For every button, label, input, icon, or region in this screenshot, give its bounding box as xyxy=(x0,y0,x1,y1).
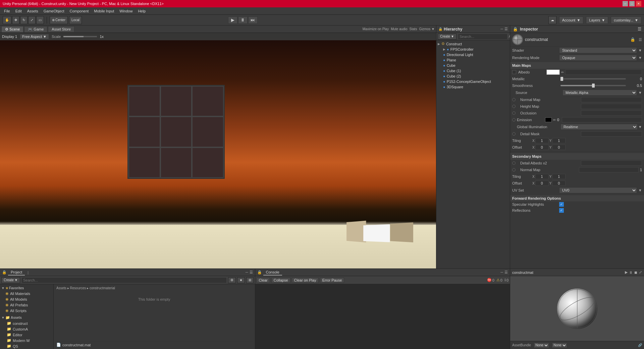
asset-bundle-dropdown[interactable]: None xyxy=(534,343,549,348)
secondary-tiling-y-input[interactable] xyxy=(552,174,566,179)
tiling-x-input[interactable] xyxy=(535,138,549,143)
menu-file[interactable]: File xyxy=(1,8,13,14)
secondary-offset-x-input[interactable] xyxy=(535,181,549,186)
scene-viewport[interactable]: Display 1 Free Aspect ▼ Scale 1x xyxy=(0,33,436,268)
asset-bundle-link[interactable]: 🔗 xyxy=(638,343,642,347)
tab-console[interactable]: Console xyxy=(263,269,282,276)
global-illum-dropdown[interactable]: Realtime xyxy=(560,124,638,130)
hand-tool[interactable]: ✋ xyxy=(3,16,11,24)
tab-project[interactable]: Project xyxy=(8,269,25,276)
favorites-all-scripts[interactable]: ◉ All Scripts xyxy=(0,308,53,313)
menu-component[interactable]: Component xyxy=(67,8,91,14)
hierarchy-item-cube[interactable]: ● Cube xyxy=(436,63,510,68)
step-button[interactable]: ⏭ xyxy=(248,16,258,24)
occlusion-input[interactable] xyxy=(581,110,642,116)
asset-bundle-variant-dropdown[interactable]: None xyxy=(552,343,567,348)
maximize-on-play-btn[interactable]: Maximize on Play xyxy=(363,27,389,31)
uv-set-dropdown[interactable]: UV0 xyxy=(559,187,637,193)
project-view-toggle-button[interactable]: ⊞ xyxy=(246,277,254,283)
hierarchy-item-fpscontroller[interactable]: ▶ ● FPSController xyxy=(436,47,510,52)
scale-tool[interactable]: ⤢ xyxy=(28,16,36,24)
offset-x-input[interactable] xyxy=(535,145,549,150)
pencil-icon[interactable]: ✏ xyxy=(561,70,564,74)
hierarchy-item-cube1[interactable]: ● Cube (1) xyxy=(436,68,510,73)
preview-stop-button[interactable]: ⏹ xyxy=(634,270,638,275)
error-pause-button[interactable]: Error Pause xyxy=(320,278,344,283)
favorites-all-materials[interactable]: ◉ All Materials xyxy=(0,291,53,296)
move-tool[interactable]: ✥ xyxy=(12,16,19,24)
project-search-options-button[interactable]: ⚙ xyxy=(228,277,236,283)
maximize-button[interactable]: □ xyxy=(629,1,635,6)
project-overflow-icon[interactable]: ☰ xyxy=(250,270,253,275)
specular-checkbox[interactable]: ✓ xyxy=(559,202,564,207)
hierarchy-item-cube2[interactable]: ● Cube (2) xyxy=(436,73,510,79)
project-bookmark-button[interactable]: ★ xyxy=(237,277,245,283)
assets-customa[interactable]: 📁 CustomA xyxy=(0,326,53,332)
rect-tool[interactable]: ▭ xyxy=(36,16,44,24)
tab-asset-store[interactable]: Asset Store xyxy=(48,26,74,32)
secondary-offset-y-input[interactable] xyxy=(552,181,566,186)
hierarchy-overflow-icon[interactable]: ☰ xyxy=(504,27,508,31)
smoothness-slider[interactable] xyxy=(560,85,626,86)
hierarchy-search-input[interactable] xyxy=(458,34,507,40)
menu-help[interactable]: Help xyxy=(135,8,148,14)
hierarchy-item-construct[interactable]: ▶ ⚙ Construct xyxy=(436,41,510,47)
layout-dropdown[interactable]: customlay... ▼ xyxy=(611,16,641,24)
project-create-button[interactable]: Create ▼ xyxy=(1,277,20,283)
preview-expand-button[interactable]: ⤢ xyxy=(639,270,642,275)
secondary-tiling-x-input[interactable] xyxy=(535,174,549,179)
emission-map-input[interactable] xyxy=(562,117,642,122)
cloud-button[interactable]: ☁ xyxy=(548,16,556,24)
rendering-mode-dropdown[interactable]: Opaque xyxy=(559,55,637,61)
menu-window[interactable]: Window xyxy=(117,8,135,14)
tab-scene[interactable]: ⚙ Scene xyxy=(1,26,23,32)
favorites-all-models[interactable]: ◉ All Models xyxy=(0,296,53,302)
menu-gameobject[interactable]: GameObject xyxy=(41,8,67,14)
tiling-y-input[interactable] xyxy=(552,138,566,143)
menu-assets[interactable]: Assets xyxy=(24,8,41,14)
shader-dropdown[interactable]: Standard xyxy=(559,47,637,53)
height-map-input[interactable] xyxy=(581,104,642,109)
hierarchy-item-3dsquare[interactable]: ● 3DSquare xyxy=(436,84,510,90)
assets-editor[interactable]: 📁 Editor xyxy=(0,332,53,338)
emission-color-swatch[interactable] xyxy=(545,117,552,122)
overflow-icon[interactable]: ☰ xyxy=(639,38,642,42)
console-minimize-icon[interactable]: ─ xyxy=(500,270,503,275)
minimize-button[interactable]: ─ xyxy=(623,1,628,6)
clear-button[interactable]: Clear xyxy=(257,278,270,283)
close-button[interactable]: ✕ xyxy=(636,1,641,6)
mute-audio-btn[interactable]: Mute audio xyxy=(391,27,407,31)
console-overflow-icon[interactable]: ☰ xyxy=(504,270,508,275)
secondary-normal-input[interactable] xyxy=(579,167,638,172)
pause-button[interactable]: ⏸ xyxy=(238,16,248,24)
assets-qs[interactable]: 📁 QS xyxy=(0,343,53,349)
preview-pause-button[interactable]: ⏸ xyxy=(629,270,633,275)
stats-btn[interactable]: Stats xyxy=(410,27,417,31)
assets-construct[interactable]: 📁 construct xyxy=(0,320,53,326)
account-dropdown[interactable]: Account ▼ xyxy=(559,16,584,24)
preview-play-button[interactable]: ▶ xyxy=(625,270,628,275)
detail-mask-input[interactable] xyxy=(581,131,642,137)
hierarchy-create-button[interactable]: Create ▼ xyxy=(438,34,457,40)
rotate-tool[interactable]: ↻ xyxy=(20,16,28,24)
hierarchy-minimize-icon[interactable]: ─ xyxy=(500,27,503,31)
play-button[interactable]: ▶ xyxy=(228,16,237,24)
assets-modern[interactable]: 📁 Modern W xyxy=(0,338,53,343)
gizmos-btn[interactable]: Gizmos ▼ xyxy=(419,27,435,31)
menu-mobile-input[interactable]: Mobile Input xyxy=(91,8,117,14)
scale-slider[interactable] xyxy=(63,36,97,37)
tab-game[interactable]: 🎮 Game xyxy=(24,26,47,32)
project-minimize-icon[interactable]: ─ xyxy=(246,270,248,275)
metallic-slider[interactable] xyxy=(560,78,626,80)
center-pivot-button[interactable]: ⊕ Center xyxy=(50,16,68,24)
detail-albedo-input[interactable] xyxy=(581,160,642,166)
offset-y-input[interactable] xyxy=(552,145,566,150)
collapse-button[interactable]: Collapse xyxy=(271,278,290,283)
albedo-map-input[interactable] xyxy=(565,69,642,75)
emission-pencil-icon[interactable]: ✏ xyxy=(553,118,556,122)
albedo-color-swatch[interactable] xyxy=(546,69,560,75)
clear-on-play-button[interactable]: Clear on Play xyxy=(292,278,319,283)
reflections-checkbox[interactable]: ✓ xyxy=(559,208,564,213)
hierarchy-item-dirlight[interactable]: ● Directional Light xyxy=(436,52,510,57)
hierarchy-item-plane[interactable]: ● Plane xyxy=(436,57,510,63)
